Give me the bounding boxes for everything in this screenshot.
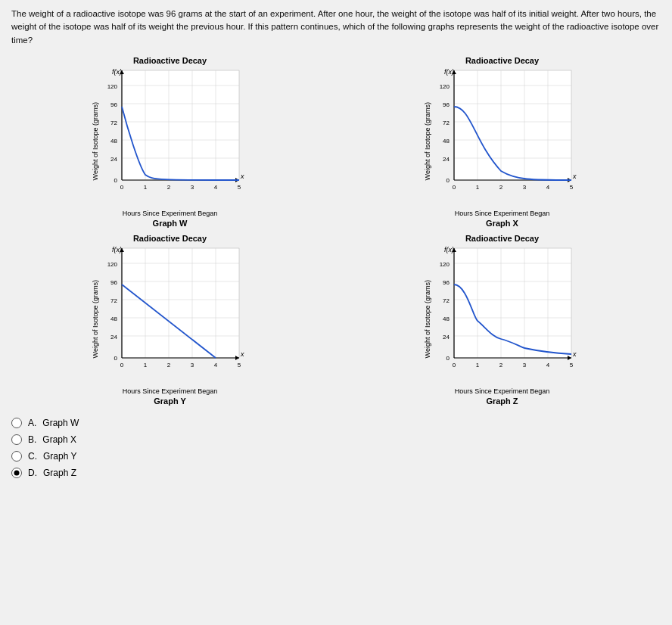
- graph-w-y-label: Weight of Isotope (grams): [92, 102, 99, 180]
- radio-c[interactable]: [11, 451, 22, 462]
- svg-text:96: 96: [443, 279, 450, 286]
- answer-b-label: B.: [28, 434, 36, 445]
- graph-z-svg-container: 0 24 48 72 96 120 0 1 2 3 4 5 f(x) x: [433, 244, 580, 387]
- answer-option-c[interactable]: C. Graph Y: [11, 451, 661, 462]
- graph-z-svg: 0 24 48 72 96 120 0 1 2 3 4 5 f(x) x: [433, 244, 580, 384]
- svg-text:48: 48: [443, 316, 450, 322]
- svg-text:1: 1: [476, 362, 480, 368]
- svg-text:0: 0: [453, 362, 456, 368]
- graph-w-svg: 0 24 48 72 96 120 0 1 2 3 4 5 f(x) x: [101, 67, 248, 207]
- svg-text:3: 3: [523, 362, 527, 368]
- svg-text:96: 96: [110, 279, 117, 286]
- graph-w-x-label: Hours Since Experiment Began: [123, 210, 218, 217]
- graph-z-title: Radioactive Decay: [465, 234, 539, 243]
- graph-y-svg: 0 24 48 72 96 120 0 1 2 3 4 5 f(x) x: [101, 244, 248, 384]
- svg-text:5: 5: [238, 362, 241, 368]
- svg-text:3: 3: [191, 184, 194, 191]
- svg-text:2: 2: [499, 362, 503, 368]
- svg-text:f(x): f(x): [112, 68, 122, 76]
- svg-text:0: 0: [446, 355, 450, 362]
- graph-y-name: Graph Y: [154, 396, 186, 406]
- svg-text:1: 1: [476, 184, 480, 191]
- svg-text:f(x): f(x): [112, 246, 122, 253]
- answer-c-text: Graph Y: [43, 451, 76, 462]
- graph-x-y-label: Weight of Isotope (grams): [424, 102, 431, 180]
- svg-text:1: 1: [144, 184, 148, 191]
- svg-text:x: x: [240, 173, 244, 180]
- graph-w-name: Graph W: [153, 219, 188, 228]
- graph-y-y-label: Weight of Isotope (grams): [92, 280, 99, 358]
- answer-a-label: A.: [28, 418, 36, 428]
- answer-c-label: C.: [28, 451, 37, 462]
- svg-text:24: 24: [443, 334, 450, 340]
- graph-z-area: Weight of Isotope (grams): [424, 244, 580, 387]
- graph-y-svg-container: 0 24 48 72 96 120 0 1 2 3 4 5 f(x) x: [101, 244, 248, 387]
- radio-a[interactable]: [11, 418, 22, 428]
- svg-text:x: x: [572, 350, 577, 358]
- graph-x-x-label: Hours Since Experiment Began: [455, 210, 550, 217]
- graph-x-svg: 0 24 48 72 96 120 0 1 2 3 4 5 f(x) x: [433, 67, 580, 207]
- svg-text:4: 4: [214, 362, 218, 368]
- svg-text:x: x: [240, 350, 244, 358]
- svg-text:0: 0: [446, 177, 450, 184]
- graph-y-x-label: Hours Since Experiment Began: [123, 387, 218, 395]
- graph-x-wrapper: Radioactive Decay Weight of Isotope (gra…: [344, 56, 661, 228]
- svg-text:5: 5: [570, 184, 574, 191]
- graph-w-wrapper: Radioactive Decay Weight of Isotope (gra…: [11, 56, 328, 228]
- answer-d-label: D.: [28, 468, 37, 478]
- answer-d-text: Graph Z: [43, 468, 76, 478]
- graph-y-wrapper: Radioactive Decay Weight of Isotope (gra…: [11, 234, 328, 406]
- svg-text:24: 24: [110, 334, 117, 340]
- graph-w-area: Weight of Isotope (grams): [92, 67, 248, 209]
- graph-y-title: Radioactive Decay: [133, 234, 207, 243]
- graph-z-name: Graph Z: [486, 396, 518, 406]
- graph-x-svg-container: 0 24 48 72 96 120 0 1 2 3 4 5 f(x) x: [433, 67, 580, 209]
- answer-option-a[interactable]: A. Graph W: [11, 418, 661, 428]
- svg-text:4: 4: [546, 362, 550, 368]
- svg-text:72: 72: [443, 297, 450, 304]
- svg-rect-85: [454, 248, 571, 358]
- svg-text:120: 120: [440, 83, 450, 90]
- graph-x-name: Graph X: [486, 219, 518, 228]
- graphs-container: Radioactive Decay Weight of Isotope (gra…: [11, 56, 661, 406]
- svg-text:f(x): f(x): [444, 68, 454, 76]
- svg-text:72: 72: [110, 297, 117, 304]
- graph-x-title: Radioactive Decay: [465, 56, 539, 65]
- svg-text:48: 48: [110, 316, 117, 322]
- answer-section: A. Graph W B. Graph X C. Graph Y D. Grap…: [11, 418, 661, 478]
- answer-option-d[interactable]: D. Graph Z: [11, 468, 661, 478]
- radio-d[interactable]: [11, 468, 22, 478]
- svg-text:96: 96: [443, 101, 450, 108]
- svg-text:96: 96: [110, 101, 117, 108]
- svg-rect-56: [122, 248, 239, 358]
- svg-text:24: 24: [110, 156, 117, 163]
- graph-z-x-label: Hours Since Experiment Began: [455, 387, 550, 395]
- answer-option-b[interactable]: B. Graph X: [11, 434, 661, 445]
- answer-b-text: Graph X: [42, 434, 76, 445]
- svg-text:x: x: [572, 173, 577, 180]
- svg-text:0: 0: [114, 355, 118, 362]
- svg-text:48: 48: [443, 138, 450, 145]
- graph-x-area: Weight of Isotope (grams): [424, 67, 580, 209]
- svg-text:72: 72: [110, 120, 117, 126]
- svg-text:120: 120: [440, 261, 450, 268]
- svg-text:120: 120: [107, 261, 118, 268]
- svg-text:4: 4: [546, 184, 550, 191]
- svg-text:f(x): f(x): [444, 246, 454, 253]
- graph-w-svg-container: 0 24 48 72 96 120 0 1 2 3 4 5 f(x) x: [101, 67, 248, 209]
- graph-y-area: Weight of Isotope (grams): [92, 244, 248, 387]
- question-text: The weight of a radioactive isotope was …: [11, 8, 661, 47]
- radio-b[interactable]: [11, 434, 22, 445]
- svg-text:3: 3: [191, 362, 194, 368]
- svg-text:1: 1: [144, 362, 148, 368]
- svg-text:2: 2: [167, 362, 171, 368]
- svg-text:2: 2: [499, 184, 503, 191]
- svg-text:48: 48: [110, 138, 117, 145]
- svg-text:0: 0: [114, 177, 118, 184]
- answer-a-text: Graph W: [42, 418, 79, 428]
- svg-text:4: 4: [214, 184, 218, 191]
- svg-text:5: 5: [238, 184, 241, 191]
- svg-text:0: 0: [453, 184, 456, 191]
- svg-text:120: 120: [107, 83, 118, 90]
- svg-text:0: 0: [120, 184, 124, 191]
